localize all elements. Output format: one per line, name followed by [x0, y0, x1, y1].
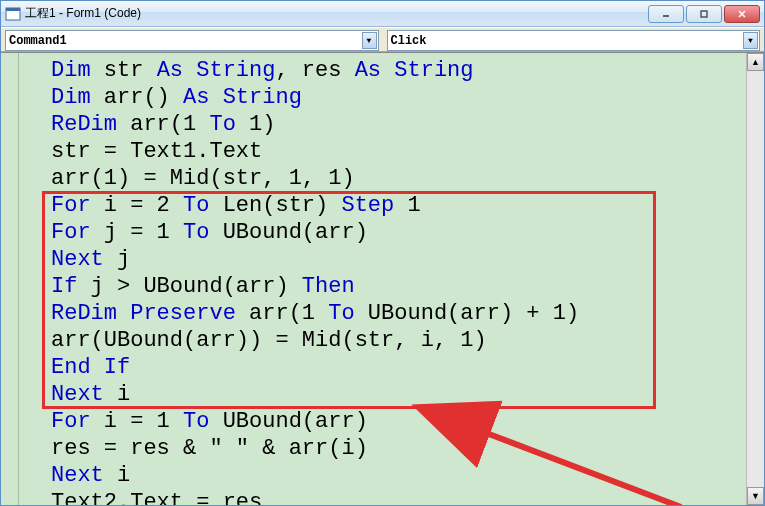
window-controls [648, 5, 760, 23]
chevron-down-icon: ▼ [743, 32, 758, 49]
scroll-down-button[interactable]: ▼ [747, 487, 764, 505]
chevron-down-icon: ▼ [362, 32, 377, 49]
object-dropdown[interactable]: Command1 ▼ [5, 30, 379, 51]
svg-rect-1 [6, 8, 20, 11]
object-dropdown-value: Command1 [9, 34, 375, 48]
procedure-dropdown[interactable]: Click ▼ [387, 30, 761, 51]
scroll-up-button[interactable]: ▲ [747, 53, 764, 71]
dropdown-bar: Command1 ▼ Click ▼ [1, 27, 764, 52]
close-button[interactable] [724, 5, 760, 23]
window-title: 工程1 - Form1 (Code) [25, 5, 648, 22]
titlebar[interactable]: 工程1 - Form1 (Code) [1, 1, 764, 27]
code-margin [1, 53, 19, 505]
code-text[interactable]: Dim str As String, res As String Dim arr… [19, 53, 746, 505]
form-icon [5, 6, 21, 22]
procedure-dropdown-value: Click [391, 34, 757, 48]
vertical-scrollbar[interactable]: ▲ ▼ [746, 53, 764, 505]
code-editor[interactable]: ▲ ▼ Dim str As String, res As String Dim… [1, 52, 764, 505]
svg-rect-3 [701, 11, 707, 17]
minimize-button[interactable] [648, 5, 684, 23]
maximize-button[interactable] [686, 5, 722, 23]
vb6-code-window: 工程1 - Form1 (Code) Command1 ▼ Click ▼ ▲ … [0, 0, 765, 506]
